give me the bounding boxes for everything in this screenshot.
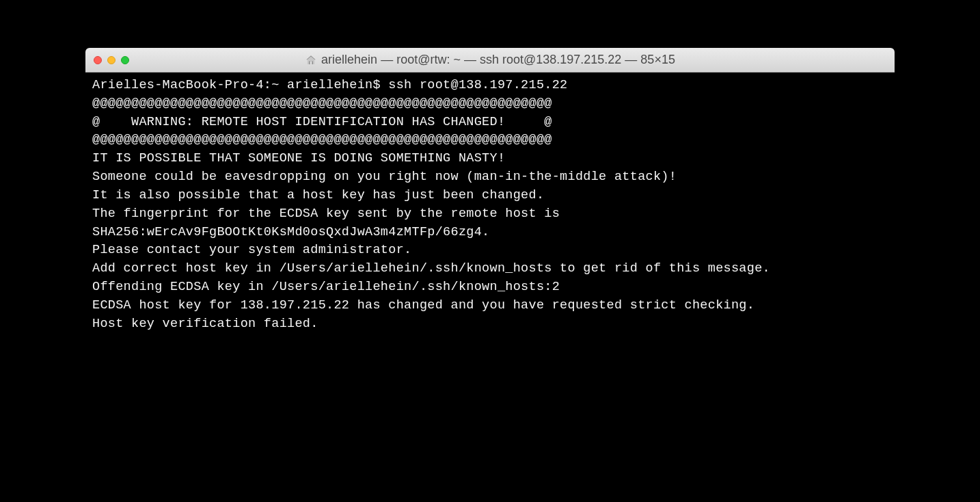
output-line: It is also possible that a host key has … (92, 187, 888, 205)
zoom-button[interactable] (121, 56, 129, 64)
output-line: SHA256:wErcAv9FgBOOtKt0KsMd0osQxdJwA3m4z… (92, 224, 888, 242)
output-line: @@@@@@@@@@@@@@@@@@@@@@@@@@@@@@@@@@@@@@@@… (92, 131, 888, 150)
window-title-text: ariellehein — root@rtw: ~ — ssh root@138… (321, 53, 675, 67)
close-button[interactable] (94, 56, 102, 64)
output-line: Please contact your system administrator… (92, 241, 888, 260)
output-line: @@@@@@@@@@@@@@@@@@@@@@@@@@@@@@@@@@@@@@@@… (92, 95, 888, 114)
output-line: @ WARNING: REMOTE HOST IDENTIFICATION HA… (92, 114, 888, 132)
minimize-button[interactable] (107, 56, 115, 64)
home-icon (305, 54, 317, 66)
output-line: Offending ECDSA key in /Users/ariellehei… (92, 278, 888, 297)
prompt: Arielles-MacBook-Pro-4:~ ariellehein$ (92, 77, 388, 95)
output-line: Host key verification failed. (92, 315, 888, 334)
output-line: Add correct host key in /Users/ariellehe… (92, 260, 888, 278)
output-line: IT IS POSSIBLE THAT SOMEONE IS DOING SOM… (92, 150, 888, 168)
terminal-window: ariellehein — root@rtw: ~ — ssh root@138… (85, 48, 895, 373)
command: ssh root@138.197.215.22 (388, 77, 567, 95)
traffic-lights (94, 56, 129, 64)
terminal-body[interactable]: Arielles-MacBook-Pro-4:~ ariellehein$ ss… (85, 72, 895, 373)
title-bar[interactable]: ariellehein — root@rtw: ~ — ssh root@138… (85, 48, 895, 72)
output-line: Someone could be eavesdropping on you ri… (92, 168, 888, 187)
window-title: ariellehein — root@rtw: ~ — ssh root@138… (85, 53, 895, 67)
output-line: The fingerprint for the ECDSA key sent b… (92, 205, 888, 224)
output-line: ECDSA host key for 138.197.215.22 has ch… (92, 297, 888, 315)
prompt-line: Arielles-MacBook-Pro-4:~ ariellehein$ ss… (92, 77, 888, 95)
